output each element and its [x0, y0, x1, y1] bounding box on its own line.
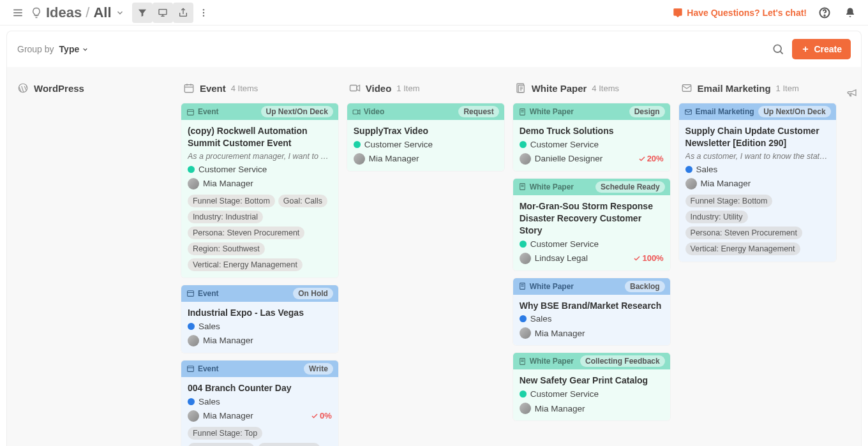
card-assignee: Mia Manager — [369, 154, 419, 163]
card-title: (copy) Rockwell Automation Summit Custom… — [188, 125, 332, 149]
tag: Industry: Utility — [258, 443, 320, 446]
column-whitepaper: White Paper 4 Items White Paper Design D… — [513, 80, 671, 427]
tag: Vertical: Energy Management — [685, 242, 800, 255]
notifications-button[interactable] — [840, 3, 860, 23]
card-assignee: Danielle Designer — [535, 154, 603, 163]
card-title: Mor-Gran-Sou Storm Response Disaster Rec… — [520, 200, 664, 237]
mail-icon — [681, 82, 692, 94]
category-dot — [520, 241, 527, 248]
hamburger-menu[interactable] — [8, 3, 28, 23]
more-menu[interactable] — [193, 3, 214, 23]
megaphone-icon — [846, 87, 858, 99]
card-type: Email Marketing — [696, 107, 754, 116]
document-icon — [515, 82, 527, 94]
card-assignee: Mia Manager — [535, 404, 585, 413]
card-category: Sales — [198, 322, 220, 331]
card-category: Sales — [530, 314, 552, 323]
column-title: Event — [200, 83, 226, 94]
category-dot — [520, 315, 527, 322]
avatar — [520, 253, 531, 264]
wordpress-icon — [17, 82, 29, 94]
svg-marker-30 — [357, 110, 359, 114]
card-status: Up Next/On Deck — [758, 106, 830, 117]
tag: Goal: Prospects — [188, 443, 255, 446]
share-button[interactable] — [173, 3, 193, 23]
card-description: As a customer, I want to know the state … — [685, 152, 830, 161]
create-button[interactable]: Create — [792, 39, 851, 59]
svg-rect-17 — [184, 85, 193, 93]
column-count: 1 Item — [396, 84, 419, 93]
filter-button[interactable] — [132, 3, 153, 23]
card-description: As a procurement manager, I want to und… — [188, 152, 332, 161]
svg-point-7 — [202, 9, 204, 10]
card[interactable]: Email Marketing Up Next/On Deck Supply C… — [678, 103, 837, 262]
card-title: Supply Chain Update Customer Newsletter … — [685, 125, 830, 149]
create-button-label: Create — [814, 44, 842, 54]
card-type: White Paper — [530, 282, 574, 291]
card-title: Why BSE Brand/Market Research — [520, 300, 664, 312]
card-status: On Hold — [293, 288, 333, 299]
tag: Industry: Industrial — [188, 211, 263, 223]
svg-rect-21 — [188, 109, 194, 115]
card-assignee: Mia Manager — [203, 336, 253, 345]
card-status: Up Next/On Deck — [261, 106, 333, 117]
card-assignee: Lindsay Legal — [535, 253, 588, 263]
card-status: Backlog — [625, 281, 665, 292]
tag: Vertical: Energy Management — [188, 258, 303, 271]
card-assignee: Mia Manager — [535, 329, 585, 338]
card-category: Customer Service — [530, 140, 599, 149]
card-progress: 0% — [311, 411, 332, 420]
column-count: 4 Items — [592, 84, 619, 93]
card-type: White Paper — [530, 357, 574, 366]
help-button[interactable] — [814, 3, 835, 23]
avatar — [520, 403, 531, 414]
svg-line-13 — [781, 52, 783, 54]
tag: Funnel Stage: Top — [188, 427, 262, 440]
card-title: SupplyTrax Video — [354, 125, 498, 137]
chevron-down-icon[interactable] — [116, 8, 124, 17]
svg-rect-3 — [159, 9, 167, 14]
avatar — [188, 178, 199, 190]
category-dot — [354, 141, 361, 148]
column-title: Video — [366, 83, 392, 94]
avatar — [188, 335, 199, 346]
svg-rect-29 — [353, 110, 358, 114]
card-status: Design — [629, 106, 665, 117]
card[interactable]: Video Request SupplyTrax Video Customer … — [347, 103, 505, 172]
column-social: Social C — [844, 80, 862, 113]
card[interactable]: White Paper Backlog Why BSE Brand/Market… — [513, 278, 671, 346]
display-button[interactable] — [153, 3, 173, 23]
svg-point-8 — [202, 11, 204, 13]
card-category: Customer Service — [530, 389, 599, 399]
card[interactable]: White Paper Collecting Feedback New Safe… — [513, 352, 671, 421]
card-status: Request — [458, 106, 498, 117]
card[interactable]: Event Up Next/On Deck (copy) Rockwell Au… — [181, 103, 339, 278]
svg-marker-28 — [357, 85, 360, 91]
card-assignee: Mia Manager — [203, 411, 253, 420]
category-dot — [520, 141, 527, 148]
card-type: Event — [198, 289, 219, 298]
groupby-value-text: Type — [59, 44, 80, 54]
card-assignee: Mia Manager — [203, 179, 253, 188]
breadcrumb: Ideas / All — [31, 4, 124, 21]
card[interactable]: Event On Hold Industrial Expo - Las Vega… — [181, 285, 339, 353]
card-category: Customer Service — [364, 140, 433, 149]
card-title: Industrial Expo - Las Vegas — [188, 307, 332, 319]
breadcrumb-part-1[interactable]: Ideas — [46, 4, 82, 21]
column-title: Email Marketing — [698, 83, 771, 94]
card-category: Sales — [696, 165, 718, 174]
groupby-selector[interactable]: Type — [59, 44, 89, 54]
avatar — [520, 327, 531, 339]
card-progress: 100% — [633, 253, 663, 263]
chat-link[interactable]: Have Questions? Let's chat! — [673, 8, 807, 18]
column-count: 4 Items — [231, 84, 258, 93]
card[interactable]: White Paper Design Demo Truck Solutions … — [513, 103, 671, 172]
card[interactable]: White Paper Schedule Ready Mor-Gran-Sou … — [513, 178, 671, 271]
search-button[interactable] — [772, 43, 784, 56]
column-title: White Paper — [532, 83, 587, 94]
tag: Goal: Calls — [278, 195, 327, 207]
column-title: WordPress — [34, 83, 84, 94]
breadcrumb-part-2[interactable]: All — [93, 4, 111, 21]
card[interactable]: Event Write 004 Branch Counter Day Sales… — [181, 360, 339, 446]
avatar — [188, 410, 199, 422]
